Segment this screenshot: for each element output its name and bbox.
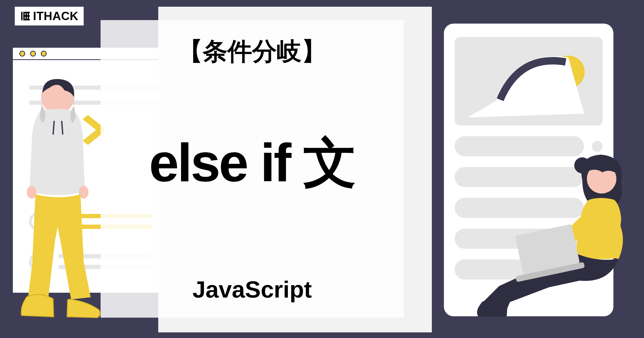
- logo-text: ITHACK: [33, 9, 78, 23]
- main-title: else if 文: [101, 127, 404, 199]
- dot-icon: [592, 141, 603, 152]
- svg-rect-5: [25, 12, 27, 20]
- svg-rect-4: [23, 12, 25, 20]
- svg-point-19: [574, 157, 590, 173]
- logo: ITHACK: [15, 7, 84, 25]
- subtitle: 【条件分岐】: [101, 35, 404, 68]
- title-panel: 【条件分岐】 else if 文 JavaScript: [101, 20, 404, 318]
- phone-image-placeholder: [455, 37, 603, 125]
- logo-icon: [20, 11, 31, 21]
- svg-rect-6: [28, 12, 29, 20]
- language-label: JavaScript: [101, 276, 404, 303]
- window-dot-icon: [19, 51, 25, 57]
- person-standing-illustration: [19, 77, 102, 318]
- svg-rect-0: [21, 12, 23, 20]
- person-sitting-illustration: [467, 152, 636, 318]
- window-dot-icon: [41, 51, 47, 57]
- window-dot-icon: [30, 51, 36, 57]
- svg-point-14: [27, 186, 36, 199]
